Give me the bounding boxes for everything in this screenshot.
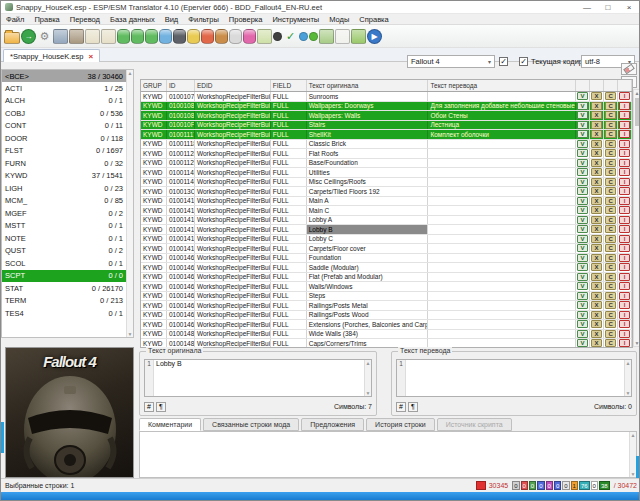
group-row[interactable]: KYWD 37 / 1541	[2, 170, 133, 183]
textarea-scrollbar[interactable]: ▲ ▼	[624, 360, 631, 396]
table-row[interactable]: KYWD 01001468 WorkshopRecipeFilterBuil..…	[141, 320, 632, 330]
table-row[interactable]: KYWD 010010F3 WorkshopRecipeFilterBuil..…	[141, 121, 632, 131]
reject-row-button[interactable]: X	[591, 121, 602, 129]
info-row-button[interactable]: I	[619, 311, 630, 319]
col-id[interactable]: ID	[167, 80, 195, 91]
encoding-checkbox[interactable]: ✓	[519, 57, 528, 66]
info-row-button[interactable]: I	[619, 339, 630, 347]
table-row[interactable]: KYWD 01001129 WorkshopRecipeFilterBuil..…	[141, 159, 632, 169]
table-row[interactable]: KYWD 01001489 WorkshopRecipeFilterBuil..…	[141, 330, 632, 340]
comments-area[interactable]: ▲ ▼	[139, 431, 637, 478]
copy-row-button[interactable]: C	[605, 339, 616, 347]
db-import-icon[interactable]	[117, 29, 130, 44]
reject-row-button[interactable]: X	[591, 225, 602, 233]
info-row-button[interactable]: I	[619, 254, 630, 262]
reject-row-button[interactable]: X	[591, 244, 602, 252]
validate-row-button[interactable]: V	[577, 254, 588, 262]
copy-row-button[interactable]: C	[605, 168, 616, 176]
group-row[interactable]: LIGH 0 / 23	[2, 182, 133, 195]
table-row[interactable]: KYWD 01001417 WorkshopRecipeFilterBuil..…	[141, 197, 632, 207]
scroll-down-icon[interactable]: ▼	[365, 390, 371, 396]
group-row[interactable]: MGEF 0 / 2	[2, 207, 133, 220]
copy-row-button[interactable]: C	[605, 301, 616, 309]
group-row[interactable]: MCM_ 0 / 85	[2, 195, 133, 208]
group-row[interactable]: CONT 0 / 11	[2, 120, 133, 133]
col-grup[interactable]: GRUP	[141, 80, 167, 91]
group-row[interactable]: ACTI 1 / 25	[2, 82, 133, 95]
scroll-up-icon[interactable]: ▲	[630, 432, 636, 438]
info-row-button[interactable]: I	[619, 102, 630, 110]
validate-row-button[interactable]: V	[577, 235, 588, 243]
info-row-button[interactable]: I	[619, 121, 630, 129]
validate-row-button[interactable]: V	[577, 159, 588, 167]
db-gray-icon[interactable]	[229, 29, 242, 44]
copy-row-button[interactable]: C	[605, 292, 616, 300]
reject-row-button[interactable]: X	[591, 216, 602, 224]
bottom-tab[interactable]: Связанные строки мода	[203, 418, 299, 431]
edit-mode-icon[interactable]	[53, 29, 68, 44]
col-edid[interactable]: EDID	[195, 80, 271, 91]
copy-row-button[interactable]: C	[605, 244, 616, 252]
copy-row-button[interactable]: C	[605, 92, 616, 100]
group-row[interactable]: FURN 0 / 32	[2, 157, 133, 170]
reject-row-button[interactable]: X	[591, 292, 602, 300]
copy-row-button[interactable]: C	[605, 197, 616, 205]
info-row-button[interactable]: I	[619, 292, 630, 300]
scroll-up-icon[interactable]: ▲	[634, 90, 640, 96]
group-row[interactable]: STAT 0 / 26170	[2, 282, 133, 295]
copy-strings-icon[interactable]	[319, 29, 334, 44]
copy-row-button[interactable]: C	[605, 111, 616, 119]
menu-item[interactable]: Перевод	[65, 15, 105, 24]
original-textarea[interactable]: 1 Lobby B ▲ ▼	[144, 359, 372, 397]
reject-row-button[interactable]: X	[591, 339, 602, 347]
validate-row-button[interactable]: V	[577, 216, 588, 224]
info-row-button[interactable]: I	[619, 330, 630, 338]
groups-scrollbar[interactable]: ▲ ▼	[126, 70, 133, 337]
table-row[interactable]: KYWD 01001081 WorkshopRecipeFilterBuil..…	[141, 111, 632, 121]
info-row-button[interactable]: I	[619, 301, 630, 309]
open-folder-icon[interactable]	[4, 32, 20, 44]
validate-row-button[interactable]: V	[577, 292, 588, 300]
table-row[interactable]: KYWD 01001144 WorkshopRecipeFilterBuil..…	[141, 178, 632, 188]
table-row[interactable]: KYWD 01001418 WorkshopRecipeFilterBuil..…	[141, 206, 632, 216]
menu-item[interactable]: Вид	[160, 15, 184, 24]
copy-row-button[interactable]: C	[605, 206, 616, 214]
validate-row-button[interactable]: V	[577, 330, 588, 338]
checkbox-1[interactable]: ✓	[499, 57, 508, 66]
bottom-tab[interactable]: Предложения	[301, 418, 364, 431]
db-blue-icon[interactable]	[159, 29, 172, 44]
scroll-up-icon[interactable]: ▲	[625, 360, 631, 366]
table-row[interactable]: KYWD 0100148A WorkshopRecipeFilterBuil..…	[141, 339, 632, 348]
validate-row-button[interactable]: V	[577, 178, 588, 186]
note-icon[interactable]	[257, 29, 272, 44]
db-black-icon[interactable]	[173, 29, 186, 44]
group-row[interactable]: SCOL 0 / 1	[2, 257, 133, 270]
copy-row-button[interactable]: C	[605, 225, 616, 233]
validate-row-button[interactable]: V	[577, 311, 588, 319]
table-row[interactable]: KYWD 01001117 WorkshopRecipeFilterBuil..…	[141, 130, 632, 140]
validate-row-button[interactable]: V	[577, 206, 588, 214]
info-row-button[interactable]: I	[619, 92, 630, 100]
paste-original-icon[interactable]	[85, 29, 100, 44]
validate-row-button[interactable]: V	[577, 339, 588, 347]
scroll-down-icon[interactable]: ▼	[634, 340, 640, 346]
scroll-down-icon[interactable]: ▼	[128, 331, 133, 337]
group-row[interactable]: COBJ 0 / 536	[2, 107, 133, 120]
col-field[interactable]: FIELD	[271, 80, 307, 91]
info-row-button[interactable]: I	[619, 206, 630, 214]
info-row-button[interactable]: I	[619, 178, 630, 186]
validate-row-button[interactable]: V	[577, 301, 588, 309]
validate-check-icon[interactable]: ✓	[283, 28, 298, 44]
validate-row-button[interactable]: V	[577, 130, 588, 138]
reject-row-button[interactable]: X	[591, 130, 602, 138]
close-button[interactable]: ×	[623, 3, 635, 12]
copy-row-button[interactable]: C	[605, 273, 616, 281]
info-row-button[interactable]: I	[619, 111, 630, 119]
table-row[interactable]: KYWD 01001462 WorkshopRecipeFilterBuil..…	[141, 273, 632, 283]
db-brown-icon[interactable]	[215, 29, 228, 44]
group-row[interactable]: TERM 0 / 213	[2, 295, 133, 308]
table-row[interactable]: KYWD 0100141B WorkshopRecipeFilterBuil..…	[141, 235, 632, 245]
info-row-button[interactable]: I	[619, 225, 630, 233]
copy-row-button[interactable]: C	[605, 320, 616, 328]
info-row-button[interactable]: I	[619, 320, 630, 328]
